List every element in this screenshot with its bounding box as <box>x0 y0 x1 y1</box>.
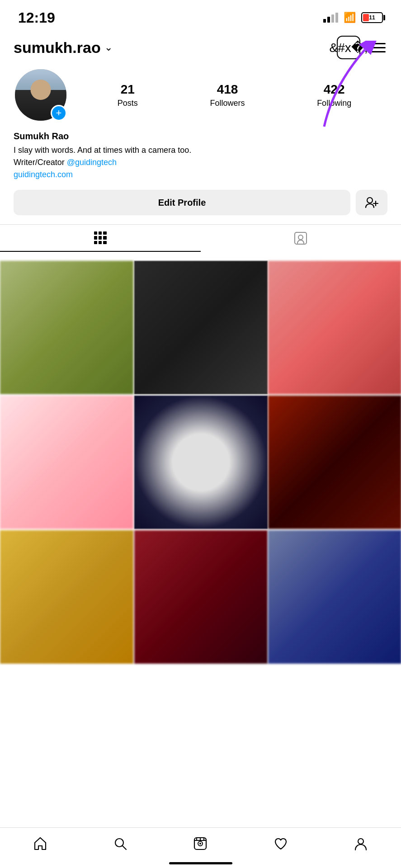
battery-icon: 11 <box>361 12 383 23</box>
bio-handle-link[interactable]: @guidingtech <box>67 158 117 167</box>
following-stat[interactable]: 422 Following <box>317 82 351 108</box>
menu-line <box>371 51 386 52</box>
photo-cell[interactable] <box>134 530 268 664</box>
profile-icon <box>354 836 368 851</box>
nav-search[interactable] <box>107 832 134 855</box>
bio-section: Sumukh Rao I slay with words. And at tim… <box>14 131 387 181</box>
home-icon <box>33 836 47 851</box>
status-bar: 12:19 📶 11 <box>0 0 401 32</box>
photo-cell[interactable] <box>0 530 133 664</box>
header-icons: &#x�; <box>337 36 387 59</box>
nav-reels[interactable] <box>187 832 214 855</box>
followers-stat[interactable]: 418 Followers <box>210 82 245 108</box>
photo-cell[interactable] <box>0 396 133 529</box>
username-container[interactable]: sumukh.rao ⌄ <box>14 39 113 57</box>
photo-cell[interactable] <box>268 261 401 394</box>
menu-line <box>371 47 386 48</box>
svg-point-4 <box>367 198 373 203</box>
svg-point-8 <box>298 235 303 240</box>
posts-label: Posts <box>118 99 138 108</box>
username: sumukh.rao <box>14 39 101 57</box>
nav-home[interactable] <box>27 832 54 855</box>
followers-label: Followers <box>210 99 245 108</box>
profile-name: Sumukh Rao <box>14 131 387 142</box>
wifi-icon: 📶 <box>344 12 356 24</box>
photo-cell[interactable] <box>0 261 133 394</box>
svg-point-13 <box>199 843 201 844</box>
avatar-container: + <box>14 68 68 122</box>
stats: 21 Posts 418 Followers 422 Following <box>81 82 387 108</box>
photo-cell[interactable] <box>134 261 268 394</box>
following-count: 422 <box>324 82 345 97</box>
status-time: 12:19 <box>18 9 55 26</box>
tab-grid[interactable] <box>0 225 201 252</box>
signal-icon <box>323 13 338 23</box>
heart-icon <box>274 836 288 851</box>
tagged-icon <box>293 231 308 245</box>
photo-cell[interactable] <box>268 396 401 529</box>
profile-section: + 21 Posts 418 Followers 422 Following S… <box>0 63 401 261</box>
chevron-down-icon: ⌄ <box>104 42 113 53</box>
tabs-section <box>0 224 401 252</box>
buttons-row: Edit Profile <box>14 190 387 215</box>
add-person-button[interactable] <box>356 190 387 215</box>
svg-point-18 <box>358 839 363 844</box>
grid-icon <box>94 231 107 244</box>
bio-website-link[interactable]: guidingtech.com <box>14 170 73 179</box>
avatar-add-story-button[interactable]: + <box>51 105 67 121</box>
bio-text: I slay with words. And at times with a c… <box>14 144 387 181</box>
tab-tagged[interactable] <box>201 225 401 252</box>
posts-count: 21 <box>121 82 135 97</box>
add-post-button[interactable]: &#x�; <box>337 36 360 59</box>
status-icons: 📶 11 <box>323 12 383 24</box>
photo-grid <box>0 261 401 664</box>
header: sumukh.rao ⌄ &#x�; <box>0 32 401 63</box>
svg-rect-7 <box>295 232 307 244</box>
plus-square-icon: &#x�; <box>329 40 368 55</box>
photo-cell[interactable] <box>268 530 401 664</box>
menu-button[interactable] <box>369 41 387 54</box>
profile-top: + 21 Posts 418 Followers 422 Following <box>14 68 387 122</box>
nav-profile[interactable] <box>347 832 374 855</box>
edit-profile-button[interactable]: Edit Profile <box>14 190 350 215</box>
add-person-icon <box>365 197 378 208</box>
home-indicator <box>169 862 232 864</box>
posts-stat[interactable]: 21 Posts <box>118 82 138 108</box>
reels-icon <box>193 836 208 851</box>
menu-line <box>371 43 386 44</box>
followers-count: 418 <box>217 82 238 97</box>
following-label: Following <box>317 99 351 108</box>
photo-cell[interactable] <box>134 396 268 529</box>
nav-likes[interactable] <box>267 832 294 855</box>
search-icon <box>113 836 127 851</box>
svg-line-10 <box>123 846 126 849</box>
